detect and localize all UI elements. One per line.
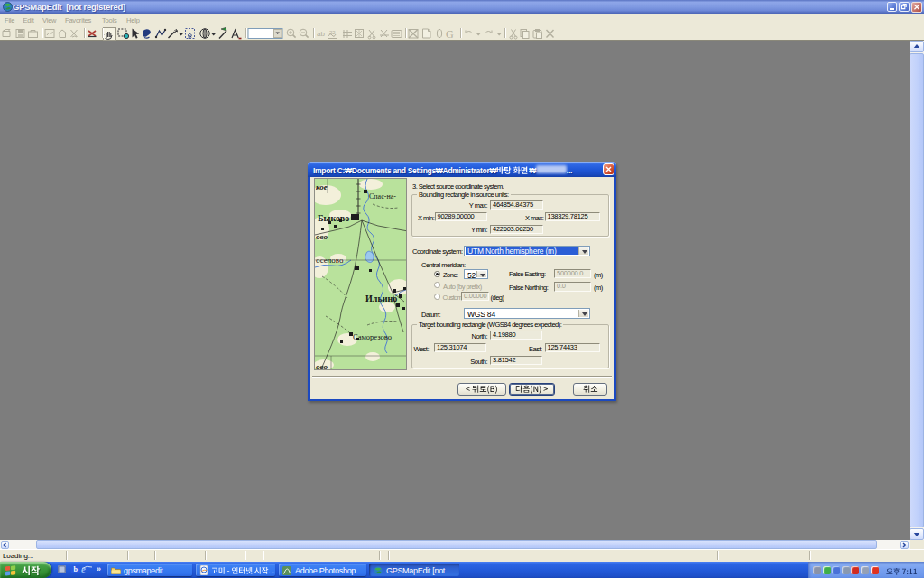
svg-text:ово: ово bbox=[316, 362, 328, 370]
svg-text:кое: кое bbox=[316, 182, 328, 191]
svg-text:e: e bbox=[81, 564, 86, 574]
svg-text:Спас-на-: Спас-на- bbox=[369, 192, 396, 200]
svg-text:оселово: оселово bbox=[316, 256, 344, 265]
svg-text:ово: ово bbox=[316, 232, 328, 241]
svg-text:22: 22 bbox=[329, 30, 336, 35]
svg-text:Быково: Быково bbox=[318, 213, 349, 223]
svg-text:Саморезово: Саморезово bbox=[353, 332, 392, 341]
svg-text:ab: ab bbox=[317, 30, 325, 38]
svg-text:G: G bbox=[446, 28, 454, 41]
svg-text:Ильино: Ильино bbox=[365, 294, 397, 303]
